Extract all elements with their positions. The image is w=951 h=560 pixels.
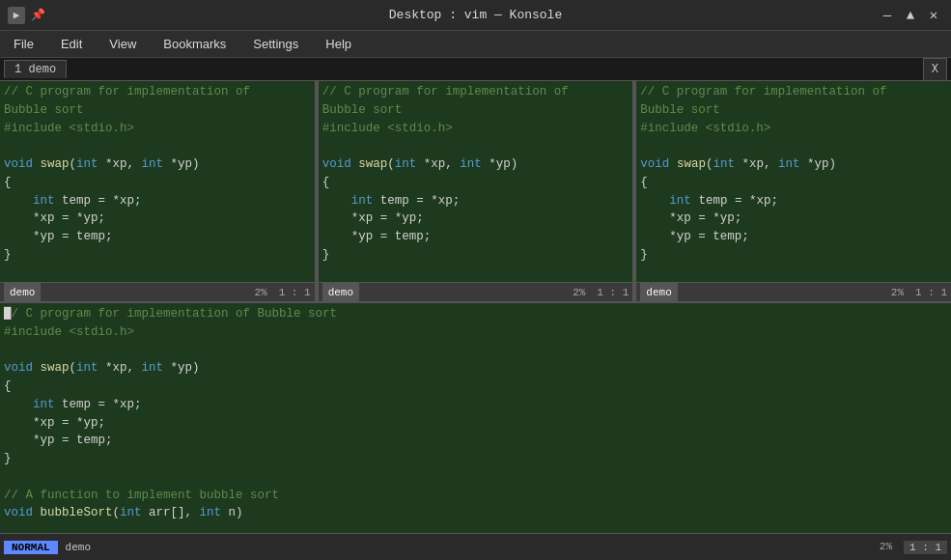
pin-icon: 📌 [31,8,45,22]
pane-1-pos: 1 : 1 [279,287,311,298]
pane-2-status: demo 2% 1 : 1 [319,282,633,301]
bottom-percent: 2% [880,541,892,554]
tab-bar: 1 demo X [0,58,951,81]
pane-3-percent: 2% [891,287,904,298]
menu-help[interactable]: Help [320,35,357,53]
window-title: Desktop : vim — Konsole [389,8,562,22]
pane-3-status: demo 2% 1 : 1 [636,282,951,301]
editor-pane-bottom[interactable]: █/ C program for implementation of Bubbl… [0,303,951,533]
tab-close-button[interactable]: X [923,58,947,80]
window-controls: — ▲ ✕ [878,6,943,25]
bottom-status-bar: NORMAL demo 2% 1 : 1 [0,533,951,560]
vim-mode-badge: NORMAL [4,541,58,554]
pane-3-filename: demo [640,283,677,301]
menu-settings[interactable]: Settings [247,35,304,53]
editor-pane-3[interactable]: // C program for implementation of Bubbl… [636,81,951,301]
menu-file[interactable]: File [8,35,40,53]
title-bar-left: ▶ 📌 [8,7,45,24]
pane-3-content: // C program for implementation of Bubbl… [636,81,951,301]
pane-2-content: // C program for implementation of Bubbl… [319,81,633,301]
menu-bar: File Edit View Bookmarks Settings Help [0,31,951,58]
pane-1-status: demo 2% 1 : 1 [0,282,315,301]
top-panes: // C program for implementation of Bubbl… [0,81,951,303]
pane-2-filename: demo [322,283,359,301]
pane-3-pos: 1 : 1 [915,287,947,298]
minimize-button[interactable]: — [878,6,897,25]
maximize-button[interactable]: ▲ [901,6,920,25]
pane-2-pos: 1 : 1 [597,287,629,298]
pane-1-filename: demo [4,283,41,301]
bottom-filename: demo [66,542,91,553]
pane-1-content: // C program for implementation of Bubbl… [0,81,315,301]
pane-bottom-content: █/ C program for implementation of Bubbl… [0,303,951,533]
menu-view[interactable]: View [103,35,142,53]
pane-2-percent: 2% [573,287,585,298]
title-bar: ▶ 📌 Desktop : vim — Konsole — ▲ ✕ [0,0,951,31]
close-button[interactable]: ✕ [924,6,943,25]
editor-pane-2[interactable]: // C program for implementation of Bubbl… [319,81,634,301]
bottom-right-info: 2% 1 : 1 [880,541,947,554]
editor-wrapper: // C program for implementation of Bubbl… [0,81,951,560]
menu-bookmarks[interactable]: Bookmarks [157,35,232,53]
tab-demo[interactable]: 1 demo [4,60,67,78]
menu-edit[interactable]: Edit [55,35,88,53]
pane-1-percent: 2% [254,287,266,298]
terminal-icon: ▶ [8,7,25,24]
bottom-pos: 1 : 1 [904,541,947,554]
editor-pane-1[interactable]: // C program for implementation of Bubbl… [0,81,316,301]
